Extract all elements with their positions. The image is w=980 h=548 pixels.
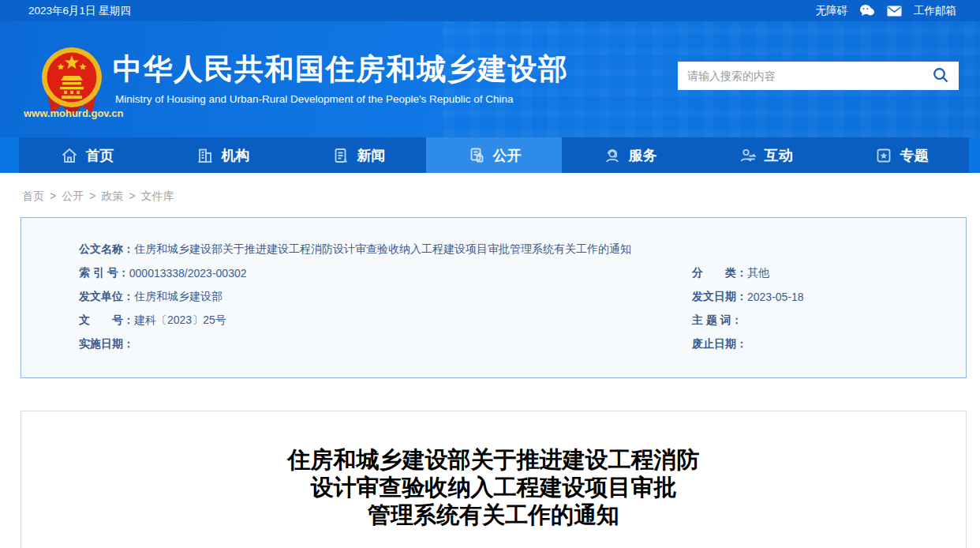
meta-row-doc-name: 公文名称： 住房和城乡建设部关于推进建设工程消防设计审查验收纳入工程建设项目审批… [79, 238, 966, 261]
meta-label-issue-date: 发文日期： [692, 290, 747, 304]
breadcrumb-separator: > [50, 190, 56, 202]
nav-label: 新闻 [357, 146, 386, 165]
meta-value-doc-no: 建科〔2023〕25号 [134, 313, 226, 328]
breadcrumb-separator: > [89, 190, 95, 202]
main-nav-strip: 首页 机构 新闻 [0, 137, 980, 173]
meta-label-category: 分 类： [692, 266, 747, 280]
date-text: 2023年6月1日 星期四 [28, 4, 131, 18]
meta-row-category: 分 类： 其他 [692, 261, 966, 285]
search-button[interactable] [922, 62, 959, 90]
meta-label-issuing-unit: 发文单位： [79, 290, 134, 304]
nav-item-disclosure[interactable]: 公开 [426, 137, 562, 173]
breadcrumb-home[interactable]: 首页 [22, 190, 44, 202]
meta-row-impl-date: 实施日期： [79, 332, 692, 356]
site-title: 中华人民共和国住房和城乡建设部 [113, 50, 569, 89]
nav-item-organization[interactable]: 机构 [155, 137, 290, 173]
news-icon [331, 146, 350, 165]
meta-row-doc-no: 文 号： 建科〔2023〕25号 [79, 309, 692, 332]
mail-icon[interactable] [887, 6, 902, 17]
disclosure-icon [467, 146, 486, 165]
service-icon [603, 146, 622, 165]
nav-item-news[interactable]: 新闻 [290, 137, 426, 173]
organization-icon [196, 146, 215, 165]
search-box [678, 62, 959, 90]
home-icon [60, 146, 79, 165]
breadcrumb-current: 文件库 [141, 190, 174, 202]
meta-label-impl-date: 实施日期： [79, 337, 134, 351]
meta-value-category: 其他 [747, 266, 769, 280]
nav-label: 服务 [629, 146, 657, 165]
meta-value-issuing-unit: 住房和城乡建设部 [134, 290, 223, 304]
breadcrumb-disclosure[interactable]: 公开 [62, 190, 84, 202]
meta-value-issue-date: 2023-05-18 [747, 291, 804, 303]
meta-value-doc-name: 住房和城乡建设部关于推进建设工程消防设计审查验收纳入工程建设项目审批管理系统有关… [134, 242, 631, 257]
meta-label-doc-name: 公文名称： [79, 242, 134, 257]
breadcrumb: 首页>公开>政策>文件库 [22, 190, 980, 204]
site-subtitle-en: Ministry of Housing and Urban-Rural Deve… [115, 93, 514, 105]
nav-label: 机构 [222, 146, 250, 165]
document-meta-grid: 公文名称： 住房和城乡建设部关于推进建设工程消防设计审查验收纳入工程建设项目审批… [21, 238, 966, 356]
meta-label-subject-words: 主 题 词： [692, 313, 742, 328]
accessibility-link[interactable]: 无障碍 [816, 4, 848, 18]
document-meta-box: 公文名称： 住房和城乡建设部关于推进建设工程消防设计审查验收纳入工程建设项目审批… [21, 217, 967, 378]
document-title-line-1: 住房和城乡建设部关于推进建设工程消防 [53, 446, 934, 474]
document-content-box: 住房和城乡建设部关于推进建设工程消防 设计审查验收纳入工程建设项目审批 管理系统… [21, 411, 967, 548]
nav-item-home[interactable]: 首页 [19, 137, 155, 173]
search-input[interactable] [678, 62, 922, 90]
nav-label: 互动 [765, 146, 793, 165]
meta-row-subject-words: 主 题 词： [692, 309, 966, 332]
wechat-icon[interactable] [859, 4, 875, 17]
breadcrumb-separator: > [129, 190, 135, 202]
meta-value-index-no: 000013338/2023-00302 [129, 267, 247, 280]
site-url: www.mohurd.gov.cn [24, 107, 123, 119]
meta-label-doc-no: 文 号： [79, 313, 134, 328]
nav-item-service[interactable]: 服务 [562, 137, 698, 173]
meta-row-index-no: 索 引 号： 000013338/2023-00302 [79, 261, 692, 285]
meta-label-repeal-date: 废止日期： [692, 337, 747, 351]
topbar-right-group: 无障碍 工作邮箱 [816, 4, 957, 18]
nav-label: 首页 [86, 146, 114, 165]
work-mailbox-link[interactable]: 工作邮箱 [914, 4, 956, 18]
topbar: 2023年6月1日 星期四 无障碍 工作邮箱 [0, 0, 980, 21]
meta-row-issuing-unit: 发文单位： 住房和城乡建设部 [79, 285, 692, 309]
nav-label: 专题 [900, 146, 929, 165]
document-title-line-2: 设计审查验收纳入工程建设项目审批 [53, 474, 934, 501]
site-header: 中华人民共和国住房和城乡建设部 Ministry of Housing and … [0, 21, 980, 137]
document-title-line-3: 管理系统有关工作的通知 [53, 501, 934, 529]
nav-item-interaction[interactable]: 互动 [698, 137, 833, 173]
meta-row-repeal-date: 废止日期： [692, 332, 966, 356]
nav-item-topics[interactable]: 专题 [833, 137, 969, 173]
interaction-icon [739, 146, 757, 165]
breadcrumb-policy[interactable]: 政策 [101, 190, 123, 202]
topics-icon [874, 146, 893, 165]
nav-label: 公开 [493, 146, 522, 165]
meta-label-index-no: 索 引 号： [79, 266, 129, 280]
meta-row-issue-date: 发文日期： 2023-05-18 [692, 285, 966, 309]
search-icon [932, 66, 949, 86]
main-nav: 首页 机构 新闻 [19, 137, 969, 173]
